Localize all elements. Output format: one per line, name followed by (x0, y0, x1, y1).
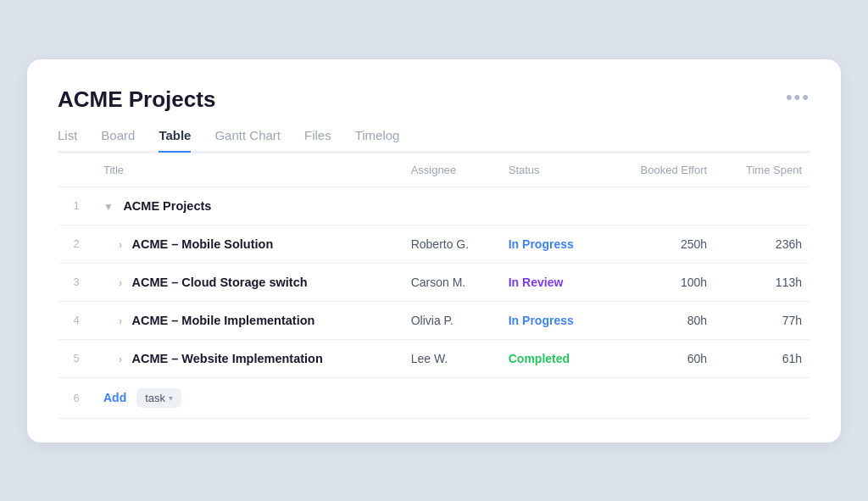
row-booked-3: 100h (607, 263, 715, 301)
tab-list[interactable]: List (58, 128, 77, 153)
row-status-1 (500, 186, 607, 225)
table-row: 4 › ACME – Mobile Implementation Olivia … (58, 301, 810, 339)
row-assignee-5: Lee W. (403, 339, 500, 377)
card-title: ACME Projects (58, 86, 215, 113)
row-booked-2: 250h (607, 225, 715, 263)
row-booked-4: 80h (607, 301, 715, 339)
row-status-2: In Progress (500, 225, 607, 263)
add-button[interactable]: Add (103, 391, 126, 404)
row-num-5: 5 (58, 339, 95, 377)
chevron-icon[interactable]: › (103, 239, 122, 251)
chevron-down-icon: ▾ (169, 393, 173, 403)
table-row: 3 › ACME – Cloud Storage switch Carson M… (58, 263, 810, 301)
table-header-row: Title Assignee Status Booked Effort Time… (58, 153, 810, 186)
col-booked-effort: Booked Effort (607, 153, 715, 186)
row-assignee-1 (403, 186, 500, 225)
row-title-2: › ACME – Mobile Solution (95, 225, 403, 263)
row-title-5: › ACME – Website Implementation (95, 339, 403, 377)
row-num-1: 1 (58, 186, 95, 225)
col-title: Title (95, 153, 403, 186)
row-num-3: 3 (58, 263, 95, 301)
row-status-3: In Review (500, 263, 607, 301)
col-status: Status (500, 153, 607, 186)
chevron-icon[interactable]: ▼ (103, 201, 114, 213)
card-header: ACME Projects ••• (58, 86, 810, 113)
col-assignee: Assignee (403, 153, 500, 186)
col-time-spent: Time Spent (715, 153, 810, 186)
tab-table[interactable]: Table (159, 128, 191, 153)
row-assignee-4: Olivia P. (403, 301, 500, 339)
tab-gantt-chart[interactable]: Gantt Chart (214, 128, 281, 153)
table-row: 1 ▼ ACME Projects (58, 186, 810, 225)
row-status-4: In Progress (500, 301, 607, 339)
row-spent-2: 236h (715, 225, 810, 263)
row-num-4: 4 (58, 301, 95, 339)
chevron-icon[interactable]: › (103, 277, 122, 289)
row-spent-3: 113h (715, 263, 810, 301)
more-options-icon[interactable]: ••• (786, 86, 810, 109)
tab-files[interactable]: Files (304, 128, 331, 153)
task-type-button[interactable]: task ▾ (136, 388, 181, 408)
row-title-3: › ACME – Cloud Storage switch (95, 263, 403, 301)
col-num (58, 153, 95, 186)
row-title-1: ▼ ACME Projects (95, 186, 403, 225)
projects-table: Title Assignee Status Booked Effort Time… (58, 153, 810, 419)
row-assignee-2: Roberto G. (403, 225, 500, 263)
row-spent-5: 61h (715, 339, 810, 377)
row-title-4: › ACME – Mobile Implementation (95, 301, 403, 339)
row-assignee-3: Carson M. (403, 263, 500, 301)
row-spent-4: 77h (715, 301, 810, 339)
table-row: 2 › ACME – Mobile Solution Roberto G. In… (58, 225, 810, 263)
chevron-icon[interactable]: › (103, 315, 122, 327)
tab-board[interactable]: Board (101, 128, 135, 153)
project-card: ACME Projects ••• List Board Table Gantt… (27, 59, 841, 443)
add-task-row: 6 Add task ▾ (58, 377, 810, 418)
table-row: 5 › ACME – Website Implementation Lee W.… (58, 339, 810, 377)
tab-bar: List Board Table Gantt Chart Files Timel… (58, 128, 810, 153)
row-num-6: 6 (58, 377, 95, 418)
add-task-cell: Add task ▾ (95, 377, 403, 418)
tab-timelog[interactable]: Timelog (355, 128, 400, 153)
row-booked-1 (607, 186, 715, 225)
row-status-5: Completed (500, 339, 607, 377)
row-booked-5: 60h (607, 339, 715, 377)
row-num-2: 2 (58, 225, 95, 263)
chevron-icon[interactable]: › (103, 353, 122, 365)
row-spent-1 (715, 186, 810, 225)
